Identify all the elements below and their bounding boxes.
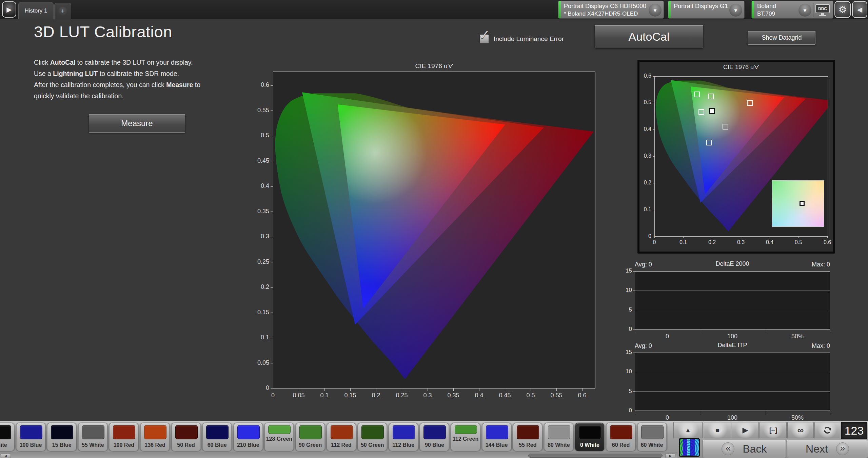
y-tick bbox=[271, 161, 273, 161]
patch-button-15-blue[interactable]: 15 Blue bbox=[47, 423, 76, 451]
patch-button-80-white[interactable]: 80 White bbox=[544, 423, 573, 451]
patch-label: 112 Green bbox=[451, 436, 480, 442]
stop-button[interactable]: ■ bbox=[704, 422, 731, 438]
x-tick bbox=[765, 411, 765, 413]
y-tick bbox=[271, 237, 273, 237]
patch-button-112-blue[interactable]: 112 Blue bbox=[389, 423, 418, 451]
y-tick-label: 0.4 bbox=[630, 126, 651, 132]
x-tick-label: 100 bbox=[719, 414, 746, 421]
x-tick bbox=[402, 389, 402, 391]
patch-button-white[interactable]: White bbox=[0, 423, 14, 451]
chevron-double-right-icon: » bbox=[836, 442, 849, 455]
x-tick bbox=[741, 237, 741, 238]
patch-button-60-white[interactable]: 60 White bbox=[637, 423, 667, 451]
patch-label: 144 Blue bbox=[482, 442, 511, 448]
measure-button[interactable]: Measure bbox=[89, 114, 185, 133]
source-name: Portrait Displays G1 bbox=[674, 3, 728, 10]
arrow-left-icon: ◀ bbox=[4, 454, 7, 458]
y-tick-label: 0.2 bbox=[630, 180, 651, 186]
scroll-left-button[interactable]: ◀ bbox=[1, 453, 11, 458]
measured-point-current bbox=[709, 108, 715, 114]
patch-button-100-blue[interactable]: 100 Blue bbox=[16, 423, 45, 451]
deltaeitp-title: DeltaE ITP bbox=[635, 342, 830, 349]
patch-button-112-red[interactable]: 112 Red bbox=[327, 423, 356, 451]
patch-button-112-green[interactable]: 112 Green bbox=[451, 423, 480, 451]
collapse-panel-button[interactable]: ◀ bbox=[852, 1, 867, 18]
tab-history-1[interactable]: History 1 bbox=[18, 2, 54, 19]
y-tick-label: 0.35 bbox=[248, 208, 269, 215]
patch-button-144-blue[interactable]: 144 Blue bbox=[482, 423, 511, 451]
patch-button-90-blue[interactable]: 90 Blue bbox=[420, 423, 449, 451]
refresh-button[interactable] bbox=[814, 422, 840, 438]
patch-button-90-green[interactable]: 90 Green bbox=[296, 423, 325, 451]
patch-button-50-green[interactable]: 50 Green bbox=[358, 423, 387, 451]
measured-point bbox=[694, 92, 700, 97]
x-tick bbox=[350, 389, 351, 391]
patch-button-128-green[interactable]: 128 Green bbox=[264, 423, 294, 451]
y-tick bbox=[271, 338, 273, 338]
patch-label: 210 Blue bbox=[234, 442, 262, 448]
color-swatch bbox=[113, 425, 135, 439]
patch-label: 100 Blue bbox=[17, 442, 45, 448]
back-button[interactable]: « Back bbox=[703, 440, 786, 458]
expand-pattern-button[interactable]: ▲ bbox=[673, 422, 703, 438]
patch-label: 90 Green bbox=[296, 442, 324, 448]
pattern-source-dropdown[interactable]: Portrait Displays G1 ▼ bbox=[668, 1, 745, 19]
next-button[interactable]: Next » bbox=[787, 440, 868, 458]
display-target-dropdown[interactable]: Boland BT.709 ▼ DDC bbox=[751, 1, 833, 19]
frame-marker-button[interactable]: [··] bbox=[760, 422, 787, 438]
show-datagrid-button[interactable]: Show Datagrid bbox=[748, 31, 815, 45]
y-tick bbox=[653, 130, 654, 130]
continuous-mode-button[interactable]: ∞ bbox=[787, 422, 814, 438]
patch-button-60-red[interactable]: 60 Red bbox=[606, 423, 635, 451]
plus-icon: + bbox=[61, 8, 65, 15]
patch-button-0-white[interactable]: 0 White bbox=[575, 423, 604, 451]
x-tick bbox=[635, 411, 635, 413]
add-tab-button[interactable]: + bbox=[54, 3, 71, 19]
patch-button-60-blue[interactable]: 60 Blue bbox=[202, 423, 232, 451]
y-tick-label: 0.3 bbox=[630, 153, 651, 159]
x-tick bbox=[683, 237, 684, 238]
patch-button-55-red[interactable]: 55 Red bbox=[513, 423, 542, 451]
patch-button-55-white[interactable]: 55 White bbox=[78, 423, 107, 451]
settings-button[interactable]: ⚙ bbox=[834, 1, 851, 18]
color-swatch bbox=[237, 425, 260, 439]
patch-button-210-blue[interactable]: 210 Blue bbox=[234, 423, 263, 451]
run-session-button[interactable]: ▶ bbox=[2, 1, 16, 18]
ddc-control-button[interactable]: DDC bbox=[815, 4, 830, 17]
chevron-up-icon: ▲ bbox=[685, 427, 691, 434]
deltae2000-chart bbox=[635, 271, 830, 330]
y-tick-label: 0.1 bbox=[248, 334, 269, 341]
scroll-right-button[interactable]: ▶ bbox=[665, 453, 675, 458]
y-tick bbox=[271, 287, 273, 288]
meter-dropdown[interactable]: Portrait Displays C6 HDR5000 * Boland X4… bbox=[558, 1, 664, 19]
inset-point bbox=[800, 201, 805, 206]
patch-button-136-red[interactable]: 136 Red bbox=[140, 423, 170, 451]
x-tick-label: 0.6 bbox=[572, 392, 592, 399]
color-swatch bbox=[144, 425, 166, 439]
patch-label: 60 Blue bbox=[203, 442, 231, 448]
x-tick bbox=[635, 330, 635, 332]
patch-button-50-red[interactable]: 50 Red bbox=[172, 423, 201, 451]
ddc-icon: DDC bbox=[818, 6, 827, 11]
x-tick-label: 0.3 bbox=[731, 239, 751, 245]
color-swatch bbox=[175, 425, 198, 439]
play-button[interactable]: ▶ bbox=[732, 422, 759, 438]
y-tick bbox=[271, 85, 273, 86]
patch-label: 55 White bbox=[79, 442, 107, 448]
x-tick bbox=[830, 330, 830, 332]
autocal-button[interactable]: AutoCal bbox=[595, 25, 703, 48]
refresh-icon bbox=[823, 426, 832, 435]
pattern-window-thumbnail[interactable] bbox=[679, 438, 700, 457]
y-tick-label: 0 bbox=[248, 384, 269, 392]
x-tick-label: 0.45 bbox=[495, 392, 515, 399]
x-tick bbox=[765, 330, 765, 332]
patch-scrollbar[interactable]: ◀ ▶ bbox=[0, 453, 677, 458]
scrollbar-thumb[interactable] bbox=[528, 454, 663, 458]
infinity-icon: ∞ bbox=[797, 425, 804, 436]
connection-status-strip bbox=[668, 1, 671, 18]
y-tick-label: 0.2 bbox=[248, 283, 269, 291]
patch-label: 60 White bbox=[638, 442, 666, 448]
frame-marker-icon: [··] bbox=[769, 426, 777, 434]
patch-button-100-red[interactable]: 100 Red bbox=[109, 423, 138, 451]
